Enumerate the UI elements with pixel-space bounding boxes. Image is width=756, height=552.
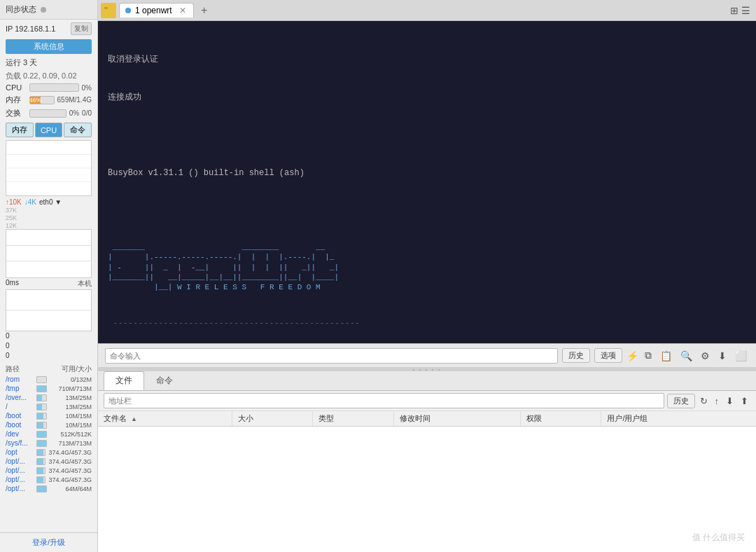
paste-icon-btn[interactable]: 📋 (658, 349, 674, 363)
disk-bar-fill (37, 413, 43, 419)
tab-label: 1 openwrt (135, 6, 172, 15)
search-icon-btn[interactable]: 🔍 (678, 349, 694, 363)
svg-rect-6 (104, 8, 113, 15)
disk-size: 13M/25M (50, 394, 92, 401)
col-type[interactable]: 类型 (313, 411, 394, 427)
upload-icon-btn[interactable]: ↑ (713, 395, 722, 407)
tab-bar-right: ⊞ ☰ (730, 5, 756, 16)
col-user[interactable]: 用户/用户组 (601, 411, 756, 427)
disk-bar-fill (37, 386, 46, 392)
col-modified[interactable]: 修改时间 (393, 411, 520, 427)
maximize-icon-btn[interactable]: ⬜ (733, 349, 749, 363)
disk-path: /boot (6, 412, 34, 420)
disk-size: 374.4G/457.3G (48, 458, 92, 465)
disk-row: /boot 10M/15M (0, 420, 97, 429)
terminal-ascii-art: _______ ________ __ | |.-----.-----.----… (108, 242, 746, 292)
tab-command[interactable]: 命令 (64, 123, 92, 137)
tab-commands[interactable]: 命令 (144, 371, 185, 390)
disk-path: / (6, 403, 34, 410)
history-button[interactable]: 历史 (562, 348, 590, 363)
mem-meter-row: 内存 46% 659M/1.4G (0, 93, 97, 106)
tab-memory[interactable]: 内存 (6, 123, 34, 137)
disk-path: /sys/f... (6, 439, 34, 447)
cpu-chart (6, 140, 92, 196)
disk-size: 10M/15M (50, 422, 92, 429)
disk-path: /tmp (6, 385, 34, 392)
tab-cpu[interactable]: CPU (35, 123, 63, 137)
disk-bar-fill (37, 395, 42, 401)
uptime: 运行 3 天 (0, 55, 97, 70)
tab-close-button[interactable]: ✕ (179, 6, 186, 15)
net-iface[interactable]: eth0 ▼ (39, 198, 62, 206)
col-size[interactable]: 大小 (232, 411, 313, 427)
disk-size: 374.4G/457.3G (48, 467, 92, 474)
net-chart (6, 229, 92, 278)
disk-row: /opt/... 374.4G/457.3G (0, 457, 97, 466)
file-history-button[interactable]: 历史 (667, 394, 695, 408)
terminal-line-blank2 (108, 205, 746, 217)
terminal-line-connect: 连接成功 (108, 91, 746, 104)
disk-col-path: 路径 (6, 364, 20, 374)
net-val-3: 12K (6, 222, 92, 229)
disk-bar-wrap (36, 440, 47, 447)
swap-row: 交换 0% 0/0 (0, 106, 97, 120)
file-table-wrap: 文件名 ▲ 大小 类型 修改时间 权限 用户/用户组 (98, 411, 756, 552)
view-grid-icon[interactable]: ⊞ (730, 5, 738, 16)
download2-icon-btn[interactable]: ⬇ (724, 395, 736, 407)
disk-path: /dev (6, 430, 34, 438)
disk-path: /opt/... (6, 467, 34, 474)
watermark: 值 什么值得买 (692, 532, 745, 544)
file-toolbar: 历史 ↻ ↑ ⬇ ⬆ (98, 391, 756, 411)
main-area: 1 openwrt ✕ + ⊞ ☰ 取消登录认证 连接成功 BusyBox v1… (98, 0, 756, 552)
disk-size: 0/132M (50, 376, 92, 383)
disk-size: 713M/713M (50, 440, 92, 447)
mem-label: 内存 (6, 95, 27, 105)
options-button[interactable]: 选项 (594, 348, 622, 363)
disk-bar-fill (37, 441, 46, 446)
disk-row: /opt/... 64M/64M (0, 484, 97, 493)
copy-ip-button[interactable]: 复制 (71, 22, 92, 35)
col-filename[interactable]: 文件名 ▲ (98, 411, 232, 427)
disk-row: /dev 512K/512K (0, 429, 97, 439)
latency-chart-svg (6, 290, 91, 331)
terminal[interactable]: 取消登录认证 连接成功 BusyBox v1.31.1 () built-in … (98, 21, 756, 343)
disk-bar-fill (37, 422, 43, 428)
disk-path: /opt/... (6, 457, 34, 465)
tab-bar: 1 openwrt ✕ + ⊞ ☰ (98, 0, 756, 21)
terminal-toolbar: 历史 选项 ⚡ ⧉ 📋 🔍 ⚙ ⬇ ⬜ (98, 343, 756, 367)
disk-header: 路径 可用/大小 (0, 364, 97, 375)
svg-rect-7 (104, 7, 108, 9)
disk-bar-fill (37, 432, 46, 437)
view-list-icon[interactable]: ☰ (741, 5, 750, 16)
tab-dot (125, 8, 131, 13)
disk-row: /opt/... 374.4G/457.3G (0, 475, 97, 484)
sync-dot (41, 7, 46, 13)
tab-add-button[interactable]: + (197, 3, 212, 18)
sys-info-button[interactable]: 系统信息 (6, 39, 92, 54)
command-input[interactable] (105, 348, 558, 364)
disk-col-size: 可用/大小 (62, 364, 92, 374)
cpu-value: 0% (82, 84, 92, 92)
tab-files[interactable]: 文件 (104, 371, 144, 390)
settings-icon-btn[interactable]: ⚙ (699, 349, 712, 363)
disk-row: /boot 10M/15M (0, 411, 97, 420)
disk-row: / 13M/25M (0, 402, 97, 411)
address-bar[interactable] (104, 393, 664, 408)
tab-openwrt[interactable]: 1 openwrt ✕ (119, 3, 194, 18)
lightning-icon[interactable]: ⚡ (626, 350, 638, 361)
refresh-icon-btn[interactable]: ↻ (698, 395, 710, 407)
col-permissions[interactable]: 权限 (520, 411, 601, 427)
cpu-label: CPU (6, 83, 27, 92)
terminal-line-cancel: 取消登录认证 (108, 53, 746, 66)
disk-row: /opt/... 374.4G/457.3G (0, 466, 97, 475)
download-icon-btn[interactable]: ⬇ (716, 349, 729, 363)
disk-bar-wrap (36, 413, 47, 420)
net-down: ↓4K (24, 198, 36, 206)
disk-path: /opt (6, 448, 34, 456)
disk-path: /over... (6, 394, 34, 401)
latency-val-2: 0 (6, 341, 92, 351)
sidebar-footer[interactable]: 登录/升级 (0, 532, 97, 552)
copy-icon-btn[interactable]: ⧉ (643, 348, 654, 363)
upload2-icon-btn[interactable]: ⬆ (738, 395, 750, 407)
terminal-line-busybox: BusyBox v1.31.1 () built-in shell (ash) (108, 167, 746, 179)
